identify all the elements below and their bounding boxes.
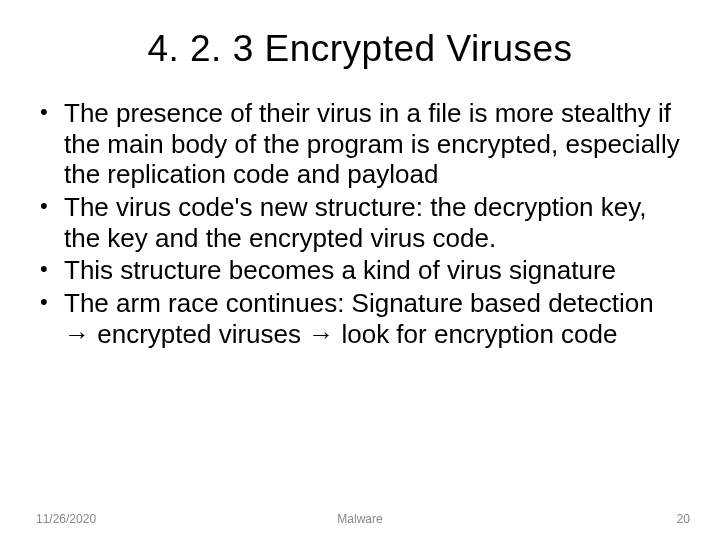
bullet-item: This structure becomes a kind of virus s… xyxy=(36,255,684,286)
footer-center: Malware xyxy=(0,512,720,526)
footer-page-number: 20 xyxy=(677,512,690,526)
bullet-item: The arm race continues: Signature based … xyxy=(36,288,684,349)
slide-title: 4. 2. 3 Encrypted Viruses xyxy=(0,0,720,80)
slide-body: The presence of their virus in a file is… xyxy=(0,80,720,349)
bullet-item: The presence of their virus in a file is… xyxy=(36,98,684,190)
slide: 4. 2. 3 Encrypted Viruses The presence o… xyxy=(0,0,720,540)
bullet-list: The presence of their virus in a file is… xyxy=(36,98,684,349)
bullet-item: The virus code's new structure: the decr… xyxy=(36,192,684,253)
